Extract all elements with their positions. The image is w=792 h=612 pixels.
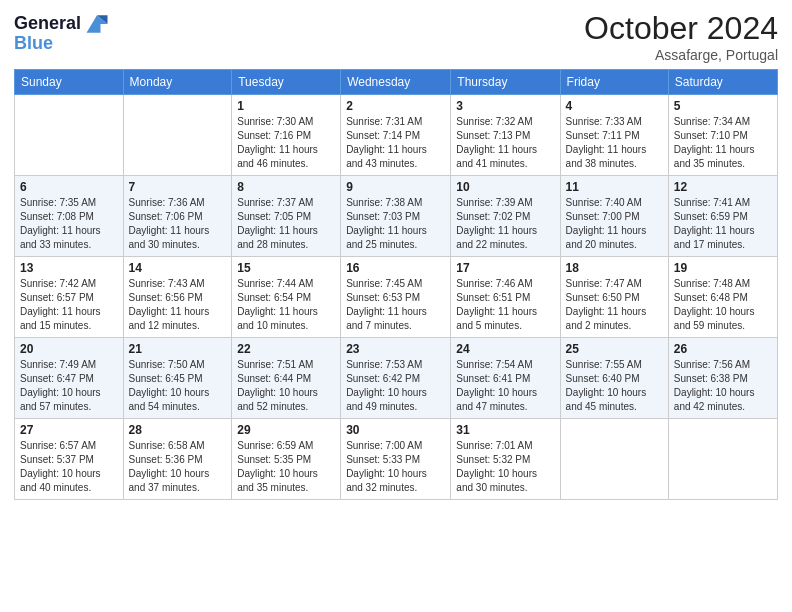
calendar-table: Sunday Monday Tuesday Wednesday Thursday… — [14, 69, 778, 500]
day-number: 12 — [674, 180, 772, 194]
day-info: Sunrise: 7:00 AM Sunset: 5:33 PM Dayligh… — [346, 439, 445, 495]
day-info: Sunrise: 7:50 AM Sunset: 6:45 PM Dayligh… — [129, 358, 227, 414]
day-info: Sunrise: 7:01 AM Sunset: 5:32 PM Dayligh… — [456, 439, 554, 495]
day-info: Sunrise: 7:33 AM Sunset: 7:11 PM Dayligh… — [566, 115, 663, 171]
day-info: Sunrise: 7:56 AM Sunset: 6:38 PM Dayligh… — [674, 358, 772, 414]
calendar-cell: 8Sunrise: 7:37 AM Sunset: 7:05 PM Daylig… — [232, 176, 341, 257]
calendar-cell: 3Sunrise: 7:32 AM Sunset: 7:13 PM Daylig… — [451, 95, 560, 176]
location: Assafarge, Portugal — [584, 47, 778, 63]
day-number: 31 — [456, 423, 554, 437]
day-number: 4 — [566, 99, 663, 113]
day-number: 18 — [566, 261, 663, 275]
col-sunday: Sunday — [15, 70, 124, 95]
day-number: 17 — [456, 261, 554, 275]
calendar-cell: 23Sunrise: 7:53 AM Sunset: 6:42 PM Dayli… — [341, 338, 451, 419]
calendar-cell — [560, 419, 668, 500]
day-number: 14 — [129, 261, 227, 275]
calendar-cell: 21Sunrise: 7:50 AM Sunset: 6:45 PM Dayli… — [123, 338, 232, 419]
calendar-cell: 1Sunrise: 7:30 AM Sunset: 7:16 PM Daylig… — [232, 95, 341, 176]
calendar-cell: 7Sunrise: 7:36 AM Sunset: 7:06 PM Daylig… — [123, 176, 232, 257]
day-number: 27 — [20, 423, 118, 437]
calendar-week-row: 20Sunrise: 7:49 AM Sunset: 6:47 PM Dayli… — [15, 338, 778, 419]
day-info: Sunrise: 7:49 AM Sunset: 6:47 PM Dayligh… — [20, 358, 118, 414]
day-number: 2 — [346, 99, 445, 113]
calendar-cell: 2Sunrise: 7:31 AM Sunset: 7:14 PM Daylig… — [341, 95, 451, 176]
day-number: 5 — [674, 99, 772, 113]
calendar-cell: 9Sunrise: 7:38 AM Sunset: 7:03 PM Daylig… — [341, 176, 451, 257]
day-info: Sunrise: 7:45 AM Sunset: 6:53 PM Dayligh… — [346, 277, 445, 333]
logo-icon — [83, 10, 111, 38]
day-info: Sunrise: 7:44 AM Sunset: 6:54 PM Dayligh… — [237, 277, 335, 333]
day-number: 24 — [456, 342, 554, 356]
day-number: 20 — [20, 342, 118, 356]
day-info: Sunrise: 7:32 AM Sunset: 7:13 PM Dayligh… — [456, 115, 554, 171]
calendar-cell — [15, 95, 124, 176]
day-number: 26 — [674, 342, 772, 356]
day-info: Sunrise: 7:30 AM Sunset: 7:16 PM Dayligh… — [237, 115, 335, 171]
day-number: 7 — [129, 180, 227, 194]
day-number: 30 — [346, 423, 445, 437]
month-title: October 2024 — [584, 10, 778, 47]
day-number: 22 — [237, 342, 335, 356]
calendar-cell: 14Sunrise: 7:43 AM Sunset: 6:56 PM Dayli… — [123, 257, 232, 338]
calendar-cell: 25Sunrise: 7:55 AM Sunset: 6:40 PM Dayli… — [560, 338, 668, 419]
calendar-week-row: 1Sunrise: 7:30 AM Sunset: 7:16 PM Daylig… — [15, 95, 778, 176]
day-number: 21 — [129, 342, 227, 356]
calendar-cell: 29Sunrise: 6:59 AM Sunset: 5:35 PM Dayli… — [232, 419, 341, 500]
logo-text-general: General — [14, 14, 81, 34]
day-info: Sunrise: 7:31 AM Sunset: 7:14 PM Dayligh… — [346, 115, 445, 171]
calendar-cell: 24Sunrise: 7:54 AM Sunset: 6:41 PM Dayli… — [451, 338, 560, 419]
day-info: Sunrise: 7:43 AM Sunset: 6:56 PM Dayligh… — [129, 277, 227, 333]
title-block: October 2024 Assafarge, Portugal — [584, 10, 778, 63]
col-monday: Monday — [123, 70, 232, 95]
day-info: Sunrise: 7:38 AM Sunset: 7:03 PM Dayligh… — [346, 196, 445, 252]
day-info: Sunrise: 7:37 AM Sunset: 7:05 PM Dayligh… — [237, 196, 335, 252]
calendar-week-row: 13Sunrise: 7:42 AM Sunset: 6:57 PM Dayli… — [15, 257, 778, 338]
day-number: 3 — [456, 99, 554, 113]
col-saturday: Saturday — [668, 70, 777, 95]
day-number: 23 — [346, 342, 445, 356]
day-info: Sunrise: 7:47 AM Sunset: 6:50 PM Dayligh… — [566, 277, 663, 333]
day-info: Sunrise: 7:54 AM Sunset: 6:41 PM Dayligh… — [456, 358, 554, 414]
day-number: 16 — [346, 261, 445, 275]
calendar-cell: 27Sunrise: 6:57 AM Sunset: 5:37 PM Dayli… — [15, 419, 124, 500]
calendar-cell: 20Sunrise: 7:49 AM Sunset: 6:47 PM Dayli… — [15, 338, 124, 419]
col-tuesday: Tuesday — [232, 70, 341, 95]
day-number: 25 — [566, 342, 663, 356]
day-number: 10 — [456, 180, 554, 194]
calendar-cell: 5Sunrise: 7:34 AM Sunset: 7:10 PM Daylig… — [668, 95, 777, 176]
logo: General Blue — [14, 10, 111, 54]
day-number: 13 — [20, 261, 118, 275]
calendar-cell: 28Sunrise: 6:58 AM Sunset: 5:36 PM Dayli… — [123, 419, 232, 500]
day-info: Sunrise: 7:48 AM Sunset: 6:48 PM Dayligh… — [674, 277, 772, 333]
header: General Blue October 2024 Assafarge, Por… — [14, 10, 778, 63]
day-number: 9 — [346, 180, 445, 194]
calendar-cell: 15Sunrise: 7:44 AM Sunset: 6:54 PM Dayli… — [232, 257, 341, 338]
calendar-header-row: Sunday Monday Tuesday Wednesday Thursday… — [15, 70, 778, 95]
calendar-cell: 22Sunrise: 7:51 AM Sunset: 6:44 PM Dayli… — [232, 338, 341, 419]
calendar-cell — [123, 95, 232, 176]
day-info: Sunrise: 7:41 AM Sunset: 6:59 PM Dayligh… — [674, 196, 772, 252]
day-info: Sunrise: 6:58 AM Sunset: 5:36 PM Dayligh… — [129, 439, 227, 495]
calendar-cell: 6Sunrise: 7:35 AM Sunset: 7:08 PM Daylig… — [15, 176, 124, 257]
day-number: 1 — [237, 99, 335, 113]
day-info: Sunrise: 7:35 AM Sunset: 7:08 PM Dayligh… — [20, 196, 118, 252]
calendar-cell: 30Sunrise: 7:00 AM Sunset: 5:33 PM Dayli… — [341, 419, 451, 500]
day-info: Sunrise: 7:36 AM Sunset: 7:06 PM Dayligh… — [129, 196, 227, 252]
day-info: Sunrise: 7:34 AM Sunset: 7:10 PM Dayligh… — [674, 115, 772, 171]
col-friday: Friday — [560, 70, 668, 95]
day-number: 6 — [20, 180, 118, 194]
calendar-cell: 26Sunrise: 7:56 AM Sunset: 6:38 PM Dayli… — [668, 338, 777, 419]
col-wednesday: Wednesday — [341, 70, 451, 95]
calendar-cell: 16Sunrise: 7:45 AM Sunset: 6:53 PM Dayli… — [341, 257, 451, 338]
calendar-cell: 13Sunrise: 7:42 AM Sunset: 6:57 PM Dayli… — [15, 257, 124, 338]
calendar-cell: 18Sunrise: 7:47 AM Sunset: 6:50 PM Dayli… — [560, 257, 668, 338]
day-number: 29 — [237, 423, 335, 437]
day-info: Sunrise: 7:39 AM Sunset: 7:02 PM Dayligh… — [456, 196, 554, 252]
day-info: Sunrise: 7:53 AM Sunset: 6:42 PM Dayligh… — [346, 358, 445, 414]
day-number: 8 — [237, 180, 335, 194]
calendar-cell: 12Sunrise: 7:41 AM Sunset: 6:59 PM Dayli… — [668, 176, 777, 257]
logo-text-blue: Blue — [14, 34, 53, 54]
col-thursday: Thursday — [451, 70, 560, 95]
day-number: 11 — [566, 180, 663, 194]
